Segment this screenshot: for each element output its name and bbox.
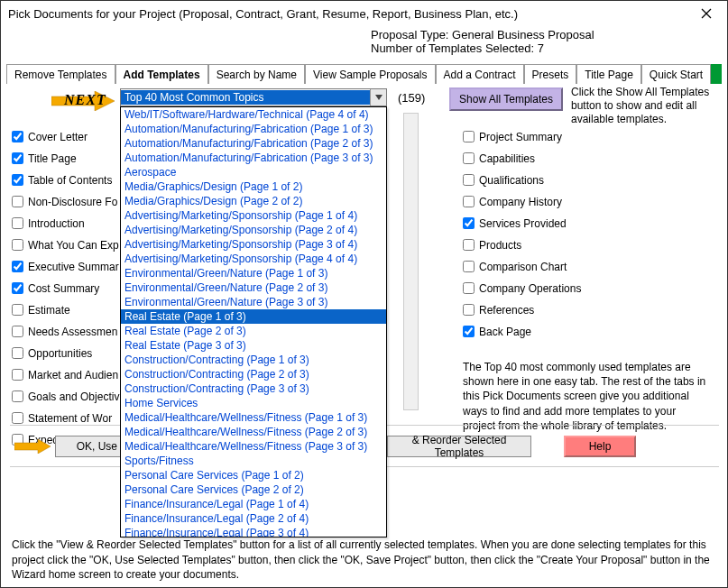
window-title: Pick Documents for your Project (Proposa… xyxy=(8,7,518,21)
left-check-row: Opportunities xyxy=(12,345,138,361)
right-checkbox-column: Project SummaryCapabilitiesQualification… xyxy=(463,129,616,345)
header-info: Proposal Type: General Business Proposal… xyxy=(1,26,727,57)
footer-text: Click the "View & Reorder Selected Templ… xyxy=(6,534,723,585)
help-button[interactable]: Help xyxy=(564,436,636,457)
checkbox-references[interactable] xyxy=(463,304,475,316)
dropdown-option[interactable]: Real Estate (Page 1 of 3) xyxy=(121,309,386,324)
left-check-row: Executive Summar xyxy=(12,259,138,274)
tab-view-sample-proposals[interactable]: View Sample Proposals xyxy=(305,64,436,84)
dropdown-option[interactable]: Construction/Contracting (Page 3 of 3) xyxy=(121,381,386,396)
right-check-row: Company Operations xyxy=(463,280,616,296)
dropdown-option[interactable]: Environmental/Green/Nature (Page 3 of 3) xyxy=(121,295,386,309)
left-check-row: Cover Letter xyxy=(12,129,138,144)
checkbox-products[interactable] xyxy=(463,239,475,251)
checkbox-what-you-can-exp[interactable] xyxy=(12,239,23,251)
left-check-row: Table of Contents xyxy=(12,172,138,188)
dropdown-option[interactable]: Medical/Healthcare/Wellness/Fitness (Pag… xyxy=(121,425,386,439)
checkbox-services-provided[interactable] xyxy=(463,217,475,229)
dropdown-option[interactable]: Environmental/Green/Nature (Page 1 of 3) xyxy=(121,266,386,280)
checkbox-company-operations[interactable] xyxy=(463,282,475,294)
checkbox-estimate[interactable] xyxy=(12,304,23,316)
left-check-row: Cost Summary xyxy=(12,280,138,296)
checkbox-executive-summar[interactable] xyxy=(12,261,23,272)
dropdown-option[interactable]: Media/Graphics/Design (Page 1 of 2) xyxy=(121,179,386,194)
tab-search-by-name[interactable]: Search by Name xyxy=(208,64,305,84)
tab-presets[interactable]: Presets xyxy=(524,64,577,84)
checkbox-comparison-chart[interactable] xyxy=(463,261,475,272)
left-check-row: Estimate xyxy=(12,302,138,317)
checkbox-label: Title Page xyxy=(28,152,77,165)
dropdown-option[interactable]: Construction/Contracting (Page 1 of 3) xyxy=(121,353,386,367)
checkbox-opportunities[interactable] xyxy=(12,347,23,359)
dropdown-option[interactable]: Automation/Manufacturing/Fabrication (Pa… xyxy=(121,136,386,151)
right-check-row: References xyxy=(463,302,616,317)
checkbox-label: Products xyxy=(479,239,521,252)
checkbox-label: Back Page xyxy=(479,326,531,338)
checkbox-cost-summary[interactable] xyxy=(12,282,23,294)
checkbox-statement-of-wor[interactable] xyxy=(12,412,23,424)
dropdown-option[interactable]: Finance/Insurance/Legal (Page 2 of 4) xyxy=(121,511,386,526)
checkbox-company-history[interactable] xyxy=(463,196,475,207)
dropdown-option[interactable]: Sports/Fitness xyxy=(121,454,386,468)
result-count: (159) xyxy=(398,91,425,105)
dropdown-option[interactable]: Automation/Manufacturing/Fabrication (Pa… xyxy=(121,151,386,165)
dropdown-option[interactable]: Aerospace xyxy=(121,165,386,179)
dropdown-option[interactable]: Environmental/Green/Nature (Page 2 of 3) xyxy=(121,280,386,295)
category-combobox[interactable]: Top 40 Most Common Topics xyxy=(120,88,387,106)
checkbox-capabilities[interactable] xyxy=(463,152,475,164)
checkbox-label: Company History xyxy=(479,196,562,208)
checkbox-needs-assessmen[interactable] xyxy=(12,326,23,337)
dropdown-option[interactable]: Advertising/Marketing/Sponsorship (Page … xyxy=(121,208,386,223)
show-all-templates-button[interactable]: Show All Templates xyxy=(449,87,563,111)
checkbox-non-disclosure-fo[interactable] xyxy=(12,196,23,207)
close-button[interactable] xyxy=(693,5,720,23)
list-scrollbar[interactable] xyxy=(403,113,419,410)
dropdown-option[interactable]: Construction/Contracting (Page 2 of 3) xyxy=(121,367,386,381)
checkbox-label: Needs Assessmen xyxy=(28,326,117,338)
left-check-row: Needs Assessmen xyxy=(12,324,138,339)
dropdown-option[interactable]: Media/Graphics/Design (Page 2 of 2) xyxy=(121,194,386,208)
dropdown-option[interactable]: Medical/Healthcare/Wellness/Fitness (Pag… xyxy=(121,439,386,454)
tab-quick-start[interactable]: Quick Start xyxy=(641,64,711,84)
tab-remove-templates[interactable]: Remove Templates xyxy=(6,64,115,84)
content-area: NEXT Top 40 Most Common Topics (159) Sho… xyxy=(1,84,727,95)
right-check-row: Qualifications xyxy=(463,172,616,188)
dropdown-option[interactable]: Home Services xyxy=(121,396,386,410)
category-dropdown-list[interactable]: Web/IT/Software/Hardware/Technical (Page… xyxy=(120,106,387,537)
tab-add-a-contract[interactable]: Add a Contract xyxy=(436,64,524,84)
checkbox-introduction[interactable] xyxy=(12,217,23,229)
checkbox-project-summary[interactable] xyxy=(463,131,475,142)
combobox-caret[interactable] xyxy=(370,89,386,106)
dropdown-option[interactable]: Advertising/Marketing/Sponsorship (Page … xyxy=(121,252,386,266)
tab-add-templates[interactable]: Add Templates xyxy=(115,64,208,84)
checkbox-title-page[interactable] xyxy=(12,152,23,164)
dropdown-option[interactable]: Finance/Insurance/Legal (Page 1 of 4) xyxy=(121,497,386,511)
checkbox-back-page[interactable] xyxy=(463,326,475,337)
checkbox-label: References xyxy=(479,304,534,317)
dropdown-option[interactable]: Advertising/Marketing/Sponsorship (Page … xyxy=(121,223,386,237)
tab-bar: Remove TemplatesAdd TemplatesSearch by N… xyxy=(6,64,722,84)
dropdown-option[interactable]: Advertising/Marketing/Sponsorship (Page … xyxy=(121,237,386,252)
checkbox-label: Estimate xyxy=(28,304,70,317)
dropdown-option[interactable]: Automation/Manufacturing/Fabrication (Pa… xyxy=(121,122,386,136)
checkbox-label: Table of Contents xyxy=(28,174,112,187)
left-check-row: Non-Disclosure Fo xyxy=(12,194,138,209)
dropdown-option[interactable]: Finance/Insurance/Legal (Page 3 of 4) xyxy=(121,526,386,537)
dropdown-option[interactable]: Web/IT/Software/Hardware/Technical (Page… xyxy=(121,107,386,122)
checkbox-goals-and-objectiv[interactable] xyxy=(12,390,23,402)
dropdown-option[interactable]: Personal Care Services (Page 2 of 2) xyxy=(121,482,386,497)
dropdown-option[interactable]: Real Estate (Page 3 of 3) xyxy=(121,338,386,353)
checkbox-label: Goals and Objectiv xyxy=(28,390,119,403)
info-text: The Top 40 most commonly used templates … xyxy=(463,360,711,433)
checkbox-table-of-contents[interactable] xyxy=(12,174,23,186)
tab-title-page[interactable]: Title Page xyxy=(576,64,641,84)
checkbox-market-and-audien[interactable] xyxy=(12,369,23,381)
right-check-row: Company History xyxy=(463,194,616,209)
dropdown-option[interactable]: Real Estate (Page 2 of 3) xyxy=(121,324,386,338)
checkbox-cover-letter[interactable] xyxy=(12,131,23,142)
dropdown-option[interactable]: Personal Care Services (Page 1 of 2) xyxy=(121,468,386,482)
checkbox-label: Market and Audien xyxy=(28,369,118,381)
dropdown-option[interactable]: Medical/Healthcare/Wellness/Fitness (Pag… xyxy=(121,410,386,425)
view-reorder-button[interactable]: & Reorder Selected Templates xyxy=(387,436,531,457)
checkbox-qualifications[interactable] xyxy=(463,174,475,186)
